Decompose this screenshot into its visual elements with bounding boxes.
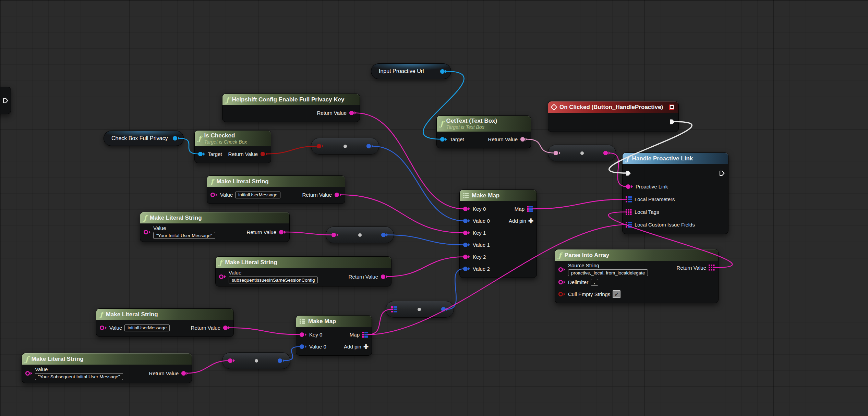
value-field[interactable]: initialUserMessage [235,192,280,198]
value-0-pin-value-icon[interactable] [463,218,470,224]
pin-row: Source Stringproactive,_local, from_loca… [555,262,718,276]
node-header[interactable]: Make Map [296,316,372,327]
value-1-pin-value-icon[interactable] [463,242,470,248]
offscreen-node-fragment[interactable] [0,87,11,114]
value-pin-string-icon[interactable] [143,229,151,235]
target-pin-object-icon[interactable] [198,151,205,157]
node-make-map-big[interactable]: Make MapKey 0MapValue 0Add pin✚Key 1Valu… [459,189,537,278]
out-pin-value-icon[interactable] [441,306,448,312]
key-2-pin-string-icon[interactable] [463,254,470,260]
delegate-pin-icon[interactable] [669,105,674,110]
in-pin-text-icon[interactable] [553,150,561,156]
node-mls3[interactable]: ƒMake Literal StringValuesubsequentIssue… [215,256,391,286]
node-header[interactable]: ƒMake Literal String [207,176,345,187]
return-value-pin-string-icon[interactable] [334,192,342,198]
conversion-pill-reroute-d[interactable] [222,352,290,369]
node-helpshift-config[interactable]: ƒHelpshift Config Enable Full Privacy Ke… [222,94,360,122]
value-pin-string-icon[interactable] [99,325,107,331]
node-header[interactable]: Make Map [460,190,537,201]
node-header[interactable]: ƒIs CheckedTarget is Check Box [195,131,271,146]
local-custom-issue-fields-pin-map-icon[interactable] [626,222,632,228]
in-pin-map-icon[interactable] [391,306,398,313]
return-value-pin-string-icon[interactable] [223,325,230,331]
map-pin-map-icon[interactable] [362,332,369,338]
out-pin-object-icon[interactable] [440,69,447,74]
execIn-pin-exec-icon[interactable] [626,170,631,176]
execOut-pin-exec-icon[interactable] [670,119,675,125]
pin-group [667,119,675,125]
source-string-pin-string-icon[interactable] [558,267,566,272]
node-header[interactable]: ƒMake Literal String [216,257,391,268]
pin-group: ValuesubsequentIssuesInSameSessionConfig [219,270,318,283]
add-pin-button[interactable]: Add pin✚ [344,344,369,350]
return-value-pin-bool-icon[interactable] [260,151,268,157]
node-header[interactable]: ƒMake Literal String [96,309,233,320]
add-pin-button[interactable]: Add pin✚ [509,218,533,224]
value-field[interactable]: subsequentIssuesInSameSessionConfig [229,277,318,283]
out-pin-object-icon[interactable] [172,135,180,141]
return-value-pin-string-icon[interactable] [349,110,357,116]
node-gettext[interactable]: ƒGetText (Text Box)Target is Text BoxTar… [436,115,531,148]
node-header[interactable]: ƒParse Into Array [555,249,718,261]
map-pin-map-icon[interactable] [527,206,533,212]
node-header[interactable]: ƒMake Literal String [140,212,289,223]
node-mls1[interactable]: ƒMake Literal StringValueinitialUserMess… [207,175,345,204]
node-on-clicked[interactable]: On Clicked (Button_HandleProactive) [548,101,679,132]
value-pin-string-icon[interactable] [25,370,33,376]
out-pin-value-icon[interactable] [366,143,374,149]
value-pin-string-icon[interactable] [219,274,226,280]
key-0-pin-string-icon[interactable] [463,206,470,212]
blueprint-graph-canvas[interactable]: Input Proactive UrlCheck Box Full Privac… [0,0,868,416]
node-body: TargetReturn Value [437,132,531,148]
execOut-pin-exec-icon[interactable] [719,170,725,176]
delimiter-pin-string-icon[interactable] [558,279,566,285]
return-value-pin-string-icon[interactable] [381,274,388,280]
return-value-pin-array-icon[interactable] [709,265,715,271]
node-header[interactable]: ƒHelpshift Config Enable Full Privacy Ke… [222,94,360,105]
value-field[interactable]: "Your Subsequent Iniital User Message" [35,373,123,380]
key-0-pin-string-icon[interactable] [299,332,307,338]
execOut-pin-exec-icon[interactable] [3,98,9,103]
value-field[interactable]: initialUserMessage [124,325,170,331]
value-field[interactable]: proactive,_local, from_localdelegate [568,269,648,276]
conversion-pill-reroute-c[interactable] [386,301,454,318]
node-header[interactable]: On Clicked (Button_HandleProactive) [548,101,678,113]
node-header[interactable]: ƒMake Literal String [22,353,192,365]
cull-empty-strings-pin-bool-icon[interactable] [558,291,566,297]
value-field[interactable]: "Your Iniital User Message" [153,232,215,239]
local-parameters-pin-map-icon[interactable] [626,196,632,203]
return-value-pin-string-icon[interactable] [181,370,189,376]
conversion-pill-reroute-b[interactable] [326,227,394,243]
node-mls4[interactable]: ƒMake Literal StringValueinitialUserMess… [96,308,234,337]
in-pin-string-icon[interactable] [228,358,235,364]
conversion-pill-reroute-a[interactable] [311,138,379,155]
node-parse-into-array[interactable]: ƒParse Into ArraySource Stringproactive,… [555,249,719,303]
value-pin-string-icon[interactable] [210,192,218,198]
node-mls5[interactable]: ƒMake Literal StringValue"Your Subsequen… [22,353,192,383]
variable-getter-input-proactive-url[interactable]: Input Proactive Url [371,63,451,79]
out-pin-string-icon[interactable] [603,150,611,156]
proactive-link-pin-string-icon[interactable] [626,184,633,189]
return-value-pin-text-icon[interactable] [520,136,528,142]
value-0-pin-value-icon[interactable] [299,344,307,350]
node-handle-proactive-link[interactable]: ƒHandle Proactive LinkProactive LinkLoca… [622,152,728,234]
node-make-map-small[interactable]: Make MapKey 0MapValue 0Add pin✚ [296,315,372,356]
cull-empty-strings-checkbox[interactable]: ✓ [613,290,620,298]
conversion-pill-reroute-e[interactable] [548,145,616,161]
out-pin-value-icon[interactable] [277,358,285,364]
node-header[interactable]: ƒHandle Proactive Link [623,153,728,164]
target-pin-object-icon[interactable] [440,136,447,142]
node-is-checked[interactable]: ƒIs CheckedTarget is Check BoxTargetRetu… [194,130,271,163]
pin-content: Return Value [149,370,179,376]
key-1-pin-string-icon[interactable] [463,230,470,236]
value-2-pin-value-icon[interactable] [463,266,470,272]
variable-getter-check-box-full-privacy[interactable]: Check Box Full Privacy [104,131,184,146]
local-tags-pin-array-icon[interactable] [626,209,632,215]
node-header[interactable]: ƒGetText (Text Box)Target is Text Box [437,116,531,132]
value-field[interactable]: , [591,279,598,286]
in-pin-bool-icon[interactable] [316,143,324,149]
in-pin-string-icon[interactable] [331,232,339,238]
out-pin-value-icon[interactable] [381,232,388,238]
return-value-pin-string-icon[interactable] [279,229,286,235]
node-mls2[interactable]: ƒMake Literal StringValue"Your Iniital U… [140,212,290,242]
